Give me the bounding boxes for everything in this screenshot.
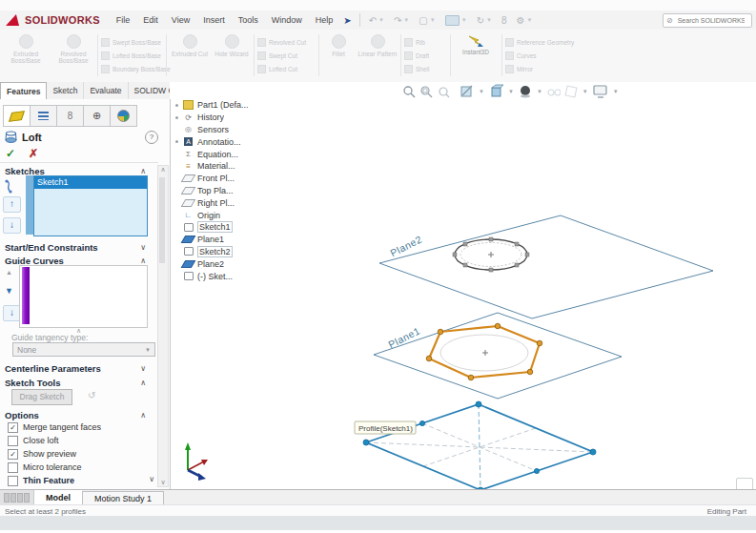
tab-features[interactable]: Features (0, 82, 47, 99)
menu-edit[interactable]: Edit (136, 15, 165, 25)
move-profile-up-button[interactable]: ↑ (3, 196, 21, 213)
tree-item-history[interactable]: ⟳History (175, 112, 297, 124)
mirror-button[interactable]: Mirror (505, 64, 533, 73)
hole-wizard-button[interactable]: Hole Wizard (212, 34, 252, 78)
tree-item-origin[interactable]: ∟Origin (175, 209, 297, 221)
guide-tangency-dropdown[interactable]: None ▼ (12, 342, 155, 357)
expand-dot[interactable] (175, 104, 178, 107)
search-input[interactable] (676, 16, 746, 25)
menu-tools[interactable]: Tools (232, 15, 265, 25)
help-button[interactable]: ? (145, 131, 158, 144)
menu-insert[interactable]: Insert (196, 15, 232, 25)
swept-boss-button[interactable]: Swept Boss/Base (101, 37, 161, 47)
menu-help[interactable]: Help (309, 15, 340, 25)
print-button[interactable]: ▼ (445, 15, 467, 26)
shell-button[interactable]: Shell (404, 64, 429, 73)
tab-sketch[interactable]: Sketch (47, 82, 84, 99)
plane2-face[interactable] (379, 215, 713, 318)
search-box[interactable]: ⊘ (663, 13, 752, 28)
tree-item-sketch1[interactable]: Sketch1 (175, 221, 297, 234)
draft-button[interactable]: Draft (404, 51, 429, 60)
solidworks-window: SOLIDWORKS File Edit View Insert Tools W… (0, 0, 756, 533)
revolved-cut-button[interactable]: Revolved Cut (257, 37, 306, 47)
merge-tangent-faces-checkbox[interactable]: ✓Merge tangent faces (8, 421, 101, 433)
guide-up-icon[interactable]: ▲ (6, 269, 12, 276)
sketch-tools-header[interactable]: Sketch Tools∧ (0, 377, 161, 389)
lofted-boss-button[interactable]: Lofted Boss/Base (101, 51, 161, 60)
panel-scrollbar[interactable]: ∧ ∨ (157, 165, 169, 487)
property-manager-tab[interactable] (3, 105, 31, 127)
close-loft-checkbox[interactable]: Close loft (8, 435, 59, 446)
options-button[interactable]: ⚙▼ (517, 15, 533, 26)
rib-button[interactable]: Rib (404, 37, 425, 47)
menu-window[interactable]: Window (265, 15, 309, 25)
rebuild-button[interactable]: ↻▼ (477, 15, 492, 26)
thin-feature-checkbox[interactable]: Thin Feature (8, 475, 74, 486)
tab-motion-study[interactable]: Motion Study 1 (82, 491, 164, 505)
show-preview-checkbox[interactable]: ✓Show preview (8, 448, 76, 460)
scrollbar-thumb[interactable] (159, 177, 165, 263)
profiles-listbox[interactable]: Sketch1 (33, 175, 148, 236)
undo-button[interactable]: ↶▼ (369, 15, 384, 26)
graphics-viewport[interactable]: ▼ ▼ ▼ ▼ ▼ Plane2 (170, 82, 756, 489)
scroll-down-icon[interactable]: ∨ (158, 479, 168, 486)
sketch1-hexagon[interactable] (429, 326, 540, 378)
revolved-boss-button[interactable]: Revolved Boss/Base (51, 34, 95, 78)
tab-model[interactable]: Model (34, 490, 82, 505)
instant3d-icon (467, 34, 484, 49)
tree-item-plane2[interactable]: Plane2 (175, 257, 297, 270)
boundary-boss-button[interactable]: Boundary Boss/Base (101, 64, 171, 73)
expand-dot[interactable] (175, 140, 178, 143)
tree-item-annotations[interactable]: AAnnotatio... (175, 135, 297, 148)
micro-tolerance-checkbox[interactable]: Micro tolerance (8, 461, 82, 473)
extruded-cut-button[interactable]: Extruded Cut (170, 34, 210, 78)
redo-button[interactable]: ↷▼ (394, 15, 409, 26)
tree-item-sketch2[interactable]: Sketch2 (175, 246, 297, 258)
instant3d-button[interactable]: Instant3D (454, 34, 498, 78)
guide-curves-listbox[interactable] (19, 265, 148, 328)
tree-item-top-plane[interactable]: Top Pla... (175, 185, 297, 197)
tree-item-front-plane[interactable]: Front Pl... (175, 173, 297, 185)
plane1-label[interactable]: Plane1 (386, 324, 421, 350)
tab-solidworks-addins[interactable]: SOLIDW Constraints (129, 82, 174, 99)
start-end-constraints-header[interactable]: Start/End Constraints∨ (0, 241, 161, 254)
tree-item-equations[interactable]: ΣEquation... (175, 148, 297, 160)
tree-root[interactable]: Part1 (Defa... (175, 99, 297, 112)
menu-file[interactable]: File (110, 15, 137, 25)
pin-menu-icon[interactable]: ➤ (343, 15, 351, 26)
undo-sketch-icon[interactable]: ↺ (88, 390, 95, 400)
display-manager-tab[interactable] (110, 105, 137, 127)
tree-item-sensors[interactable]: ◎Sensors (175, 124, 297, 136)
menu-view[interactable]: View (165, 15, 196, 25)
curves-button[interactable]: Curves (505, 51, 537, 60)
swept-cut-button[interactable]: Swept Cut (257, 51, 297, 60)
move-profile-down-button[interactable]: ↓ (3, 217, 21, 234)
tab-evaluate[interactable]: Evaluate (84, 82, 128, 99)
lofted-cut-button[interactable]: Lofted Cut (257, 64, 297, 73)
tree-item-sketch3[interactable]: (-) Sket... (175, 270, 297, 282)
tree-item-plane1[interactable]: Plane1 (175, 234, 297, 246)
fillet-button[interactable]: Fillet (322, 34, 355, 78)
scroll-up-icon[interactable]: ∧ (158, 166, 168, 174)
expand-dot[interactable] (175, 116, 178, 119)
dimxpert-manager-tab[interactable]: ⊕ (83, 105, 111, 127)
ok-button[interactable]: ✓ (6, 147, 15, 160)
cancel-button[interactable]: ✗ (29, 147, 38, 160)
chevron-down-icon[interactable]: ∨ (149, 475, 154, 483)
drag-sketch-button[interactable]: Drag Sketch (11, 389, 72, 405)
guide-filter-icon[interactable]: ▼ (5, 286, 13, 296)
profile-list-item[interactable]: Sketch1 (34, 176, 147, 189)
centerline-parameters-header[interactable]: Centerline Parameters∨ (0, 362, 161, 375)
tree-item-right-plane[interactable]: Right Pl... (175, 196, 297, 209)
feature-manager-tab[interactable] (30, 105, 57, 127)
extruded-boss-button[interactable]: Extruded Boss/Base (4, 34, 48, 78)
tree-item-material[interactable]: ≡Material... (175, 160, 297, 173)
plane2-label[interactable]: Plane2 (388, 233, 423, 258)
file-properties-button[interactable]: 8 (501, 15, 507, 26)
configuration-manager-tab[interactable]: 8 (56, 105, 84, 127)
linear-pattern-button[interactable]: Linear Pattern (357, 34, 398, 78)
caret-down-icon: ▼ (461, 17, 467, 23)
options-header[interactable]: Options∧ (0, 409, 161, 421)
save-button[interactable]: ▢▼ (419, 15, 435, 26)
reference-geometry-button[interactable]: Reference Geometry (505, 37, 574, 47)
